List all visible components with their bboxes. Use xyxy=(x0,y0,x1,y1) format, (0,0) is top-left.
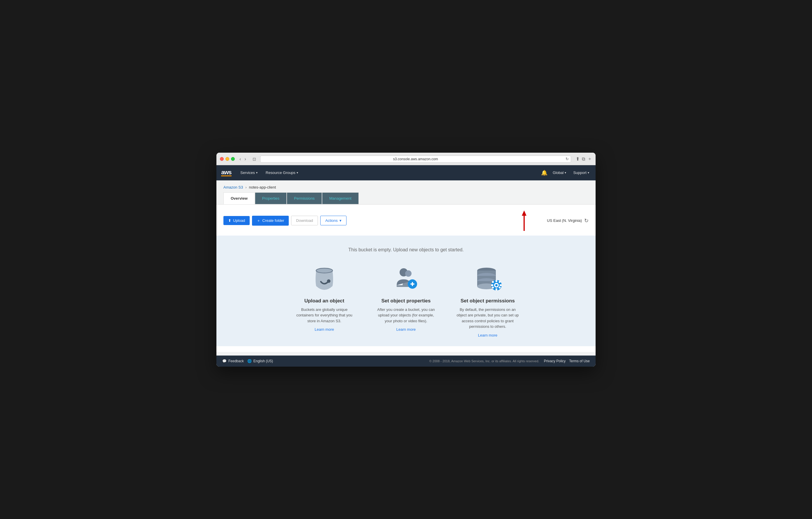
tabs-bar: Overview Properties Permissions Manageme… xyxy=(216,192,596,204)
services-chevron: ▾ xyxy=(256,171,258,174)
terms-of-use-link[interactable]: Terms of Use xyxy=(569,359,590,363)
feature-permissions-title: Set object permissions xyxy=(461,298,515,304)
annotation-arrow xyxy=(521,211,527,231)
global-label: Global xyxy=(553,170,564,175)
actions-chevron: ▾ xyxy=(340,218,342,223)
download-label: Download xyxy=(296,218,313,223)
upload-label: Upload xyxy=(233,218,245,223)
privacy-policy-link[interactable]: Privacy Policy xyxy=(544,359,566,363)
svg-marker-0 xyxy=(522,211,526,216)
empty-bucket-area: This bucket is empty. Upload new objects… xyxy=(216,236,596,346)
add-tab-button[interactable]: ＋ xyxy=(587,156,592,162)
breadcrumb-current: notes-app-client xyxy=(249,185,276,189)
traffic-lights xyxy=(220,157,235,161)
language-selector[interactable]: 🌐 English (US) xyxy=(247,359,273,363)
feedback-icon: 💬 xyxy=(222,359,227,363)
toolbar: ⬆ Upload ＋ Create folder Download Action… xyxy=(224,211,588,231)
refresh-icon[interactable]: ↻ xyxy=(566,157,569,161)
feature-upload-title: Upload an object xyxy=(304,298,344,304)
download-button[interactable]: Download xyxy=(291,216,318,225)
sidebar-toggle-button[interactable]: ⊡ xyxy=(251,156,258,162)
aws-logo[interactable]: aws xyxy=(221,169,232,176)
create-folder-label: Create folder xyxy=(262,218,284,223)
aws-footer: 💬 Feedback 🌐 English (US) © 2008 - 2018,… xyxy=(216,356,596,366)
svg-point-6 xyxy=(405,270,411,277)
services-label: Services xyxy=(240,170,255,175)
svg-rect-1 xyxy=(524,215,525,231)
tab-permissions[interactable]: Permissions xyxy=(287,192,322,204)
globe-icon: 🌐 xyxy=(247,359,252,363)
resource-groups-nav-item[interactable]: Resource Groups ▾ xyxy=(264,169,300,176)
back-button[interactable]: ‹ xyxy=(238,156,242,162)
feedback-button[interactable]: 💬 Feedback xyxy=(222,359,244,363)
plus-icon: ＋ xyxy=(257,218,260,223)
bucket-content: ⬆ Upload ＋ Create folder Download Action… xyxy=(216,204,596,352)
feature-properties-desc: After you create a bucket, you can uploa… xyxy=(374,307,438,324)
svg-rect-22 xyxy=(491,284,493,286)
copyright-text: © 2008 - 2018, Amazon Web Services, Inc.… xyxy=(429,359,539,363)
aws-nav: aws Services ▾ Resource Groups ▾ 🔔 Globa… xyxy=(216,165,596,181)
feature-properties: Set object properties After you create a… xyxy=(374,264,438,337)
footer-links: Privacy Policy Terms of Use xyxy=(544,359,590,363)
browser-window: ‹ › ⊡ 🔒 ↻ ⬆ ⧉ ＋ aws Services ▾ Resource … xyxy=(216,153,596,366)
url-bar[interactable] xyxy=(260,156,571,163)
breadcrumb-separator: › xyxy=(245,185,246,189)
share-button[interactable]: ⬆ xyxy=(576,156,580,162)
tab-properties[interactable]: Properties xyxy=(255,192,287,204)
tab-management[interactable]: Management xyxy=(322,192,359,204)
forward-button[interactable]: › xyxy=(243,156,247,162)
svg-point-4 xyxy=(327,279,330,283)
set-properties-icon xyxy=(392,264,420,293)
svg-rect-21 xyxy=(496,289,497,291)
feature-properties-title: Set object properties xyxy=(381,298,431,304)
resource-groups-chevron: ▾ xyxy=(297,171,298,174)
s3-breadcrumb-link[interactable]: Amazon S3 xyxy=(224,185,243,189)
minimize-button[interactable] xyxy=(226,157,229,161)
aws-logo-underline xyxy=(221,175,232,176)
upload-icon: ⬆ xyxy=(228,218,231,223)
browser-actions: ⬆ ⧉ ＋ xyxy=(576,156,592,162)
upload-button[interactable]: ⬆ Upload xyxy=(224,216,250,225)
support-label: Support xyxy=(573,170,586,175)
footer-left: 💬 Feedback 🌐 English (US) xyxy=(222,359,273,363)
close-button[interactable] xyxy=(220,157,224,161)
feature-upload-learn-more[interactable]: Learn more xyxy=(315,327,334,332)
services-nav-item[interactable]: Services ▾ xyxy=(239,169,259,176)
upload-object-icon xyxy=(310,264,339,293)
svg-point-19 xyxy=(495,284,498,286)
features-list: Upload an object Buckets are globally un… xyxy=(224,264,588,337)
breadcrumb: Amazon S3 › notes-app-client xyxy=(216,181,596,192)
svg-rect-20 xyxy=(496,280,497,282)
actions-button[interactable]: Actions ▾ xyxy=(320,216,347,225)
global-nav-item[interactable]: Global ▾ xyxy=(551,169,568,176)
red-arrow-svg xyxy=(521,211,527,231)
url-bar-wrap: 🔒 ↻ xyxy=(260,156,571,163)
tab-overview[interactable]: Overview xyxy=(224,192,255,204)
nav-buttons: ‹ › xyxy=(238,156,247,162)
maximize-button[interactable] xyxy=(231,157,235,161)
main-content: Amazon S3 › notes-app-client Overview Pr… xyxy=(216,181,596,356)
feature-upload: Upload an object Buckets are globally un… xyxy=(292,264,356,337)
svg-rect-9 xyxy=(412,282,413,286)
region-text: US East (N. Virginia) xyxy=(547,218,582,223)
nav-right: 🔔 Global ▾ Support ▾ xyxy=(541,169,591,176)
feature-upload-desc: Buckets are globally unique containers f… xyxy=(292,307,356,324)
global-chevron: ▾ xyxy=(565,171,566,174)
feedback-label: Feedback xyxy=(228,359,244,363)
empty-bucket-message: This bucket is empty. Upload new objects… xyxy=(224,247,588,252)
new-tab-button[interactable]: ⧉ xyxy=(582,156,585,162)
browser-chrome: ‹ › ⊡ 🔒 ↻ ⬆ ⧉ ＋ xyxy=(216,153,596,165)
refresh-button[interactable]: ↻ xyxy=(584,217,588,224)
feature-permissions-desc: By default, the permissions on an object… xyxy=(456,307,520,330)
bell-icon[interactable]: 🔔 xyxy=(541,170,547,176)
support-nav-item[interactable]: Support ▾ xyxy=(571,169,591,176)
support-chevron: ▾ xyxy=(588,171,589,174)
feature-properties-learn-more[interactable]: Learn more xyxy=(396,327,416,332)
svg-point-3 xyxy=(316,268,332,273)
create-folder-button[interactable]: ＋ Create folder xyxy=(252,216,289,226)
svg-rect-23 xyxy=(500,284,502,286)
actions-label: Actions xyxy=(325,218,338,223)
resource-groups-label: Resource Groups xyxy=(266,170,295,175)
feature-permissions: Set object permissions By default, the p… xyxy=(456,264,520,337)
feature-permissions-learn-more[interactable]: Learn more xyxy=(478,333,497,337)
